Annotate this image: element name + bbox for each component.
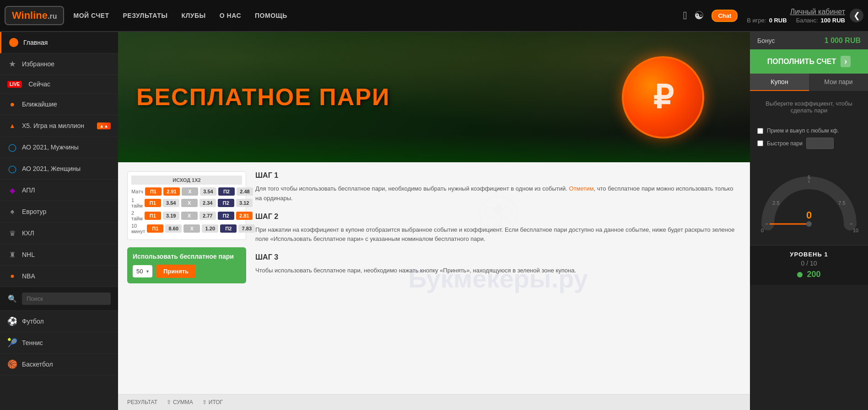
sidebar-label-live: Сейчас [28,80,111,88]
accept-any-coeff-checkbox[interactable] [757,128,763,134]
result-button[interactable]: РЕЗУЛЬТАТ [127,399,157,405]
odds-value-p1-1st[interactable]: 3.54 [163,199,179,207]
odds-value-p1-10min[interactable]: 8.60 [165,224,182,233]
deposit-arrow-icon: › [841,56,851,67]
step-2-text: При нажатии на коэффициент в купоне отоб… [255,225,741,245]
odds-value-x-2nd[interactable]: 2.77 [199,212,216,220]
svg-text:5: 5 [808,175,810,180]
free-bet-select-wrapper: 50 [133,265,152,277]
odds-value-x-match[interactable]: 3.54 [200,187,216,196]
odds-cell-p1-1st[interactable]: П1 [145,199,161,207]
odds-value-p1-2nd[interactable]: 3.19 [163,212,179,220]
chat-button[interactable]: Chat [712,10,738,22]
coupon-tab[interactable]: Купон [750,74,809,91]
sidebar-item-upcoming[interactable]: ● Ближайшие [0,94,118,115]
sidebar-label-khl: КХЛ [22,229,111,237]
accept-button[interactable]: Принять [156,265,196,278]
sidebar-item-nhl[interactable]: ♜ NHL [0,244,118,266]
sidebar-item-football[interactable]: ⚽ Футбол [0,311,118,332]
odds-cell-p2-2nd[interactable]: П2 [218,212,234,220]
odds-cell-p1-match[interactable]: П1 [145,187,162,196]
nav-clubs[interactable]: КЛУБЫ [181,12,205,19]
svg-text:7.5: 7.5 [838,200,845,206]
right-sidebar: Бонус 1 000 RUB ПОПОЛНИТЬ СЧЕТ › Купон М… [750,32,868,410]
odds-value-p2-10min[interactable]: 7.83 [238,224,255,233]
sidebar-item-live[interactable]: LIVE Сейчас [0,75,118,94]
deposit-button[interactable]: ПОПОЛНИТЬ СЧЕТ › [750,49,868,74]
odds-cell-p2-match[interactable]: П2 [218,187,235,196]
accept-any-coeff-label: Прием и выкуп с любым кф. [767,128,839,134]
nav-help[interactable]: ПОМОЩЬ [255,12,287,19]
android-icon[interactable]: ☯ [694,9,704,22]
coupon-option-accept: Прием и выкуп с любым кф. [757,128,861,134]
odds-cell-x-2nd[interactable]: Х [181,212,198,220]
odds-value-p1-match[interactable]: 2.91 [163,187,180,196]
odds-cell-p2-1st[interactable]: П2 [218,199,234,207]
odds-cell-p2-10min[interactable]: П2 [220,224,237,233]
odds-cell-p1-2nd[interactable]: П1 [145,212,161,220]
odds-value-p2-2nd[interactable]: 2.81 [236,212,253,220]
level-title: УРОВЕНЬ 1 [757,251,861,258]
quick-bet-checkbox[interactable] [757,140,763,146]
in-game-label: В игре: [747,17,766,24]
coupon-options: Прием и выкуп с любым кф. Быстрое пари 5… [750,123,868,157]
odds-value-p2-match[interactable]: 2.48 [237,187,253,196]
sidebar-label-tennis: Теннис [22,339,111,346]
sidebar-label-football: Футбол [22,318,111,325]
nav-my-account[interactable]: МОЙ СЧЕТ [73,12,109,19]
step-1-link[interactable]: Отметим [569,185,594,192]
sidebar-label-nba: NBA [22,272,111,280]
sidebar-label-favorites: Избранное [22,60,111,68]
sum-button[interactable]: ⇧ СУММА [167,399,193,405]
header-right: Личный кабинет В игре: 0 RUB Баланс: 100… [747,8,863,24]
odds-value-x-1st[interactable]: 2.34 [199,199,216,207]
sidebar-item-apl[interactable]: ◆ АПЛ [0,180,118,201]
sidebar-label-nhl: NHL [22,251,111,258]
sidebar-item-favorites[interactable]: ★ Избранное [0,53,118,75]
sidebar-item-nba[interactable]: ● NBA [0,266,118,287]
step-3-title: ШАГ 3 [255,253,741,261]
odds-cell-x-10min[interactable]: Х [183,224,200,233]
nav-menu: МОЙ СЧЕТ РЕЗУЛЬТАТЫ КЛУБЫ О НАС ПОМОЩЬ [73,12,683,19]
coupon-message: Выберите коэффициент, чтобы сделать пари [750,91,868,123]
search-input[interactable] [22,293,111,305]
sidebar-item-ao-men[interactable]: ◯ АО 2021, Мужчины [0,137,118,158]
steps-content: ШАГ 1 Для того чтобы использовать беспла… [255,171,741,276]
nav-results[interactable]: РЕЗУЛЬТАТЫ [123,12,167,19]
total-button[interactable]: ⇧ ИТОГ [202,399,223,405]
row-label-10min: 10 минут [131,223,145,234]
table-row: 2 тайм П1 3.19 Х 2.77 П2 2.81 [131,210,242,221]
banner-coin: ₽ [622,56,704,138]
sidebar-item-ao-women[interactable]: ◯ АО 2021, Женщины [0,158,118,180]
coin-symbol: ₽ [622,56,704,138]
odds-value-x-10min[interactable]: 1.20 [202,224,218,233]
row-label-1st: 1 тайм [131,197,143,208]
odds-value-p2-1st[interactable]: 3.12 [236,199,253,207]
my-bets-tab[interactable]: Мои пари [809,74,868,91]
logo[interactable]: Winline.ru [5,6,64,25]
odds-cell-p1-10min[interactable]: П1 [147,224,163,233]
quick-bet-amount-input[interactable]: 500 [806,138,834,149]
x5-icon: ▲ [7,121,17,131]
odds-cell-x-1st[interactable]: Х [181,199,198,207]
sidebar: Главная ★ Избранное LIVE Сейчас ● Ближай… [0,32,118,410]
free-bet-amount-select[interactable]: 50 [133,265,152,277]
sidebar-item-eurotour[interactable]: ♠ Евротур [0,201,118,223]
sidebar-item-basketball[interactable]: 🏀 Баскетбол [0,354,118,375]
clock-icon: ● [7,99,17,109]
sidebar-item-tennis[interactable]: 🎾 Теннис [0,332,118,354]
sidebar-item-khl[interactable]: ♛ КХЛ [0,223,118,244]
personal-cabinet-link[interactable]: Личный кабинет [790,8,845,16]
svg-point-16 [806,221,812,227]
banner-stadium [118,135,750,162]
sidebar-item-x5[interactable]: ▲ Х5. Игра на миллион ▲▲ [0,115,118,137]
ao-men-icon: ◯ [7,142,17,152]
coin-dot-icon [797,272,803,277]
apple-icon[interactable]:  [683,9,687,22]
sidebar-item-home[interactable]: Главная [0,32,118,53]
sidebar-item-search[interactable]: 🔍 [0,287,118,311]
nav-about[interactable]: О НАС [220,12,241,19]
khl-icon: ♛ [7,228,17,238]
odds-cell-x-match[interactable]: Х [182,187,198,196]
account-chevron-button[interactable]: ❮ [850,9,863,22]
